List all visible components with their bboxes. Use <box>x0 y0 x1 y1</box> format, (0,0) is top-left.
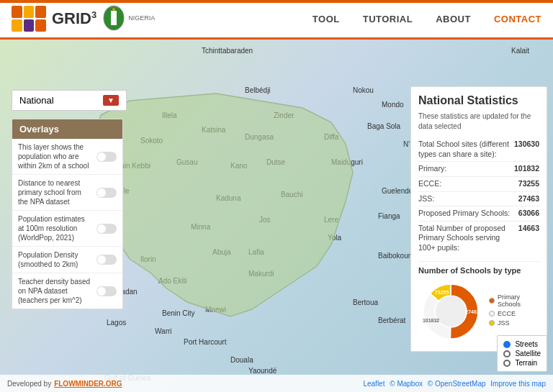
donut-chart: 2746310183273255 Primary SchoolsECCEJSS <box>418 279 539 344</box>
layer-option-streets[interactable]: Streets <box>503 340 541 348</box>
nigeria-crest-icon <box>102 5 125 32</box>
overlays-panel: Overlays This layer shows the population… <box>12 119 123 309</box>
footer-attribution: Developed by FLOWMINDER.ORG <box>7 380 122 388</box>
donut-svg: 2746310183273255 <box>418 279 483 344</box>
top-bar <box>0 0 553 3</box>
stats-row: ECCE:73255 <box>418 177 539 192</box>
overlays-list: This layer shows the population who are … <box>12 139 122 309</box>
footer: Developed by FLOWMINDER.ORG Leaflet © Ma… <box>0 375 553 392</box>
layer-buttons: StreetsSatelliteTerrain <box>497 335 547 372</box>
layer-option-satellite[interactable]: Satellite <box>503 350 541 357</box>
stats-row: Primary:101832 <box>418 162 539 177</box>
chart-label: 27463 <box>465 309 480 314</box>
overlay-label: Population estimates at 100m resolution … <box>18 214 96 242</box>
chart-label: 101832 <box>423 318 439 323</box>
stats-title: National Statistics <box>418 94 539 107</box>
dropdown-value: National <box>19 95 54 106</box>
stats-row: JSS:27463 <box>418 192 539 207</box>
nav-about[interactable]: ABOUT <box>436 14 471 24</box>
layer-option-terrain[interactable]: Terrain <box>503 359 541 367</box>
leaflet-link[interactable]: Leaflet <box>363 380 385 388</box>
layer-label: Streets <box>515 340 538 348</box>
overlay-label: Teacher density based on NPA dataset (te… <box>18 277 96 305</box>
dropdown-arrow-icon: ▼ <box>103 95 119 106</box>
overlay-item-schools-2km: This layer shows the population who are … <box>12 139 122 175</box>
stats-subtitle: These statistics are updated for the dat… <box>418 111 539 132</box>
flowminder-link[interactable]: FLOWMINDER.ORG <box>54 380 122 388</box>
stats-row: Proposed Primary Schools:63066 <box>418 206 539 222</box>
overlay-item-nearest-primary: Distance to nearest primary school from … <box>12 175 122 211</box>
chart-title: Number of Schools by type <box>418 266 539 275</box>
overlay-item-pop-estimates: Population estimates at 100m resolution … <box>12 211 122 247</box>
legend-label: ECCE <box>498 310 516 317</box>
radio-streets[interactable] <box>503 341 511 348</box>
overlay-toggle-pop-density[interactable] <box>96 255 117 265</box>
radio-terrain[interactable] <box>503 360 511 367</box>
header-logo: GRID3 NIGERIA <box>12 5 155 32</box>
mapbox-link[interactable]: © Mapbox <box>390 380 423 388</box>
legend-item: JSS <box>489 319 539 327</box>
nav-tool[interactable]: TOOL <box>313 14 340 24</box>
chart-label: 73255 <box>435 289 449 294</box>
overlay-toggle-pop-estimates[interactable] <box>96 224 117 234</box>
map-container[interactable]: TchinttabaradenKalaitNiameyBelbédjiNokou… <box>0 40 553 392</box>
nav-tutorial[interactable]: TUTORIAL <box>363 14 413 24</box>
overlay-toggle-nearest-primary[interactable] <box>96 188 117 198</box>
legend-dot <box>489 298 495 304</box>
overlay-toggle-schools-2km[interactable] <box>96 152 117 162</box>
svg-rect-3 <box>117 11 120 25</box>
legend-dot <box>489 320 495 326</box>
main-nav: TOOL TUTORIAL ABOUT CONTACT <box>313 14 541 24</box>
stats-panel: National Statistics These statistics are… <box>410 86 547 352</box>
overlay-item-teacher-density: Teacher density based on NPA dataset (te… <box>12 273 122 309</box>
legend-item: ECCE <box>489 310 539 317</box>
logo-text: GRID3 <box>52 9 96 28</box>
dropdown-panel: National ▼ <box>12 90 127 111</box>
logo-subtitle: NIGERIA <box>128 15 155 22</box>
stats-rows: Total School sites (different types can … <box>418 137 539 255</box>
nav-contact[interactable]: CONTACT <box>494 14 541 24</box>
improve-map-link[interactable]: Improve this map <box>490 380 546 388</box>
developed-by-label: Developed by <box>7 380 51 388</box>
stats-row: Total Number of proposed Primary Schools… <box>418 222 539 255</box>
region-dropdown[interactable]: National ▼ <box>12 90 127 111</box>
overlay-label: This layer shows the population who are … <box>18 142 96 170</box>
legend-dot <box>489 311 495 316</box>
chart-legend: Primary SchoolsECCEJSS <box>489 293 539 329</box>
overlay-item-pop-density: Population Density (smoothed to 2km) <box>12 247 122 273</box>
layer-label: Terrain <box>515 359 537 367</box>
overlay-label: Distance to nearest primary school from … <box>18 178 96 206</box>
grid-logo <box>12 6 46 32</box>
footer-map-attribution: Leaflet © Mapbox © OpenStreetMap Improve… <box>363 380 546 388</box>
legend-item: Primary Schools <box>489 293 539 308</box>
header: GRID3 NIGERIA TOOL TUTORIAL ABOUT CONTAC… <box>0 0 553 40</box>
svg-rect-1 <box>111 11 117 25</box>
legend-label: JSS <box>498 319 510 327</box>
layer-label: Satellite <box>515 350 541 357</box>
chart-area: Number of Schools by type 27463101832732… <box>418 261 539 344</box>
layer-options: StreetsSatelliteTerrain <box>503 340 541 367</box>
overlay-label: Population Density (smoothed to 2km) <box>18 250 96 269</box>
legend-label: Primary Schools <box>498 293 539 308</box>
stats-row: Total School sites (different types can … <box>418 137 539 162</box>
svg-rect-2 <box>108 11 111 25</box>
overlay-toggle-teacher-density[interactable] <box>96 286 117 296</box>
overlays-header: Overlays <box>12 119 122 139</box>
osm-link[interactable]: © OpenStreetMap <box>428 380 486 388</box>
svg-point-4 <box>112 8 115 11</box>
radio-satellite[interactable] <box>503 350 511 357</box>
